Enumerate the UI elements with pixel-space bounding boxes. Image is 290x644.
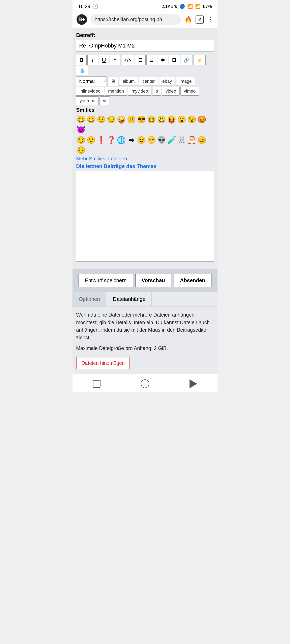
tab-optionen[interactable]: Optionen xyxy=(73,292,106,306)
smiley-18[interactable]: ❓ xyxy=(106,135,116,145)
attachments-maxsize: Maximale Dateigröße pro Anhang: 2 GiB. xyxy=(76,344,214,352)
bold-btn[interactable]: B xyxy=(76,55,87,65)
status-bar: 16:29 🕐 2,1KB/s 🔵 📶 📶 87% xyxy=(73,0,217,11)
nav-stop-btn[interactable] xyxy=(92,379,102,389)
smiley-5[interactable]: 🤪 xyxy=(116,115,126,124)
format-select[interactable]: Normal Heading 1 Heading 2 Heading 3 xyxy=(76,76,107,86)
tag-video[interactable]: video xyxy=(162,87,180,96)
tag-yt[interactable]: yt xyxy=(100,96,110,105)
recent-posts-section: Die letzten Beiträge des Themas xyxy=(76,163,214,263)
smiley-4[interactable]: 😒 xyxy=(106,115,116,124)
smiley-23[interactable]: 👽 xyxy=(157,135,166,145)
smiley-28[interactable]: 😔 xyxy=(76,145,86,155)
tag-youtube[interactable]: youtube xyxy=(76,96,99,105)
smiley-20[interactable]: ➡ xyxy=(126,135,136,145)
smiley-11[interactable]: 😮 xyxy=(177,115,186,124)
smiley-16[interactable]: 🙂 xyxy=(86,135,96,145)
time: 16:29 xyxy=(78,4,90,9)
smiley-27[interactable]: 😊 xyxy=(197,135,207,145)
tabs-section: Optionen Dateianhänge Wenn du eine Datei… xyxy=(73,292,217,374)
link-btn[interactable]: 🔗 xyxy=(181,55,193,65)
smiley-17[interactable]: ❗ xyxy=(96,135,106,145)
main-content: Betreff: B I U ❝ </> ☰ ≣ ✱ 🖼 🔗 ⚡ 💧 Norma… xyxy=(73,28,217,269)
toolbar-row2: Normal Heading 1 Heading 2 Heading 3 🖥 a… xyxy=(76,76,214,105)
smiley-7[interactable]: 😎 xyxy=(137,115,146,124)
italic-btn[interactable]: I xyxy=(87,55,98,65)
preview-button[interactable]: Vorschau xyxy=(135,274,171,287)
smiley-22[interactable]: 😁 xyxy=(147,135,156,145)
smilies-row2: 😏 🙂 ❗ ❓ 🌐 ➡ 😑 😁 👽 🧪 🐰 🎅 😊 😔 xyxy=(76,135,214,155)
tabs-header: Optionen Dateianhänge xyxy=(73,292,217,307)
battery: 87% xyxy=(203,4,212,9)
more-smilies-link[interactable]: Mehr Smilies anzeigen xyxy=(76,156,214,162)
tag-mention[interactable]: mention xyxy=(105,87,127,96)
smiley-24[interactable]: 🧪 xyxy=(167,135,176,145)
toolbar-section: B I U ❝ </> ☰ ≣ ✱ 🖼 🔗 ⚡ 💧 Normal Heading… xyxy=(76,55,214,105)
subject-input[interactable] xyxy=(76,40,214,52)
signal-icon: 📶 xyxy=(187,4,193,9)
menu-icon[interactable]: ⋮ xyxy=(207,16,213,23)
tag-center[interactable]: center xyxy=(139,77,158,86)
url-bar: B+ 🔥 2 ⋮ xyxy=(73,11,217,28)
flash-btn[interactable]: ⚡ xyxy=(193,55,206,65)
url-input[interactable] xyxy=(90,14,181,25)
smiley-12[interactable]: 😵 xyxy=(187,115,197,124)
recent-posts-title: Die letzten Beiträge des Themas xyxy=(76,163,214,170)
drop-btn[interactable]: 💧 xyxy=(76,66,88,75)
smiley-19[interactable]: 🌐 xyxy=(116,135,126,145)
quote-btn[interactable]: ❝ xyxy=(110,55,120,65)
smilies-title: Smilies xyxy=(76,107,214,113)
smiley-26[interactable]: 🎅 xyxy=(187,135,197,145)
smiley-2[interactable]: 😀 xyxy=(86,115,96,124)
browser-badge[interactable]: B+ xyxy=(77,14,87,25)
back-icon xyxy=(189,379,197,388)
tag-image[interactable]: image xyxy=(176,77,195,86)
underline-btn[interactable]: U xyxy=(99,55,109,65)
smiley-13[interactable]: 😡 xyxy=(197,115,207,124)
smiley-3[interactable]: 😟 xyxy=(96,115,106,124)
smiley-6[interactable]: 😐 xyxy=(126,115,136,124)
bottom-nav xyxy=(73,374,217,392)
list-ordered-btn[interactable]: ≣ xyxy=(146,55,157,65)
tag-vimeo[interactable]: vimeo xyxy=(180,87,199,96)
action-section: Entwurf speichern Vorschau Absenden xyxy=(73,269,217,292)
post-editor[interactable] xyxy=(76,171,214,262)
monitor-btn[interactable]: 🖥 xyxy=(108,77,118,86)
alarm-icon: 🕐 xyxy=(92,4,98,9)
tag-inlinevideo[interactable]: inlinevideo xyxy=(76,87,104,96)
tag-album[interactable]: album xyxy=(119,77,138,86)
code-btn[interactable]: </> xyxy=(121,55,134,65)
home-icon xyxy=(141,379,149,388)
submit-button[interactable]: Absenden xyxy=(174,274,211,287)
smiley-15[interactable]: 😏 xyxy=(76,135,86,145)
smiley-25[interactable]: 🐰 xyxy=(177,135,186,145)
smiley-21[interactable]: 😑 xyxy=(137,135,146,145)
list-unordered-btn[interactable]: ☰ xyxy=(135,55,146,65)
image-btn[interactable]: 🖼 xyxy=(169,55,180,65)
tag-s[interactable]: s xyxy=(152,87,161,96)
nav-home-btn[interactable] xyxy=(140,379,150,389)
smiley-10[interactable]: 😝 xyxy=(167,115,176,124)
nav-back-btn[interactable] xyxy=(188,379,198,389)
tab-count[interactable]: 2 xyxy=(196,16,204,24)
bluetooth-icon: 🔵 xyxy=(179,4,185,9)
smilies-row1: 😄 😀 😟 😒 🤪 😐 😎 😆 😃 😝 😮 😵 😡 😈 xyxy=(76,115,214,134)
smilies-section: Smilies 😄 😀 😟 😒 🤪 😐 😎 😆 😃 😝 😮 😵 😡 😈 😏 🙂 … xyxy=(76,107,214,162)
attachments-description: Wenn du eine Datei oder mehrere Dateien … xyxy=(76,311,214,341)
smiley-14[interactable]: 😈 xyxy=(76,125,86,134)
save-draft-button[interactable]: Entwurf speichern xyxy=(79,274,133,287)
smiley-1[interactable]: 😄 xyxy=(76,115,86,124)
smiley-9[interactable]: 😃 xyxy=(157,115,166,124)
tab-dateianhaenge[interactable]: Dateianhänge xyxy=(107,292,152,306)
subject-section: Betreff: xyxy=(76,32,214,52)
tag-ebay[interactable]: ebay xyxy=(159,77,175,86)
add-files-button[interactable]: Dateien hinzufügen xyxy=(76,357,130,369)
asterisk-btn[interactable]: ✱ xyxy=(158,55,168,65)
tab-content-attachments: Wenn du eine Datei oder mehrere Dateien … xyxy=(73,307,217,374)
smiley-8[interactable]: 😆 xyxy=(147,115,156,124)
wifi-icon: 📶 xyxy=(195,4,201,9)
fire-icon[interactable]: 🔥 xyxy=(184,16,192,23)
toolbar-row1: B I U ❝ </> ☰ ≣ ✱ 🖼 🔗 ⚡ 💧 xyxy=(76,55,214,75)
stop-icon xyxy=(93,380,101,388)
tag-myvideo[interactable]: myvideo xyxy=(128,87,151,96)
